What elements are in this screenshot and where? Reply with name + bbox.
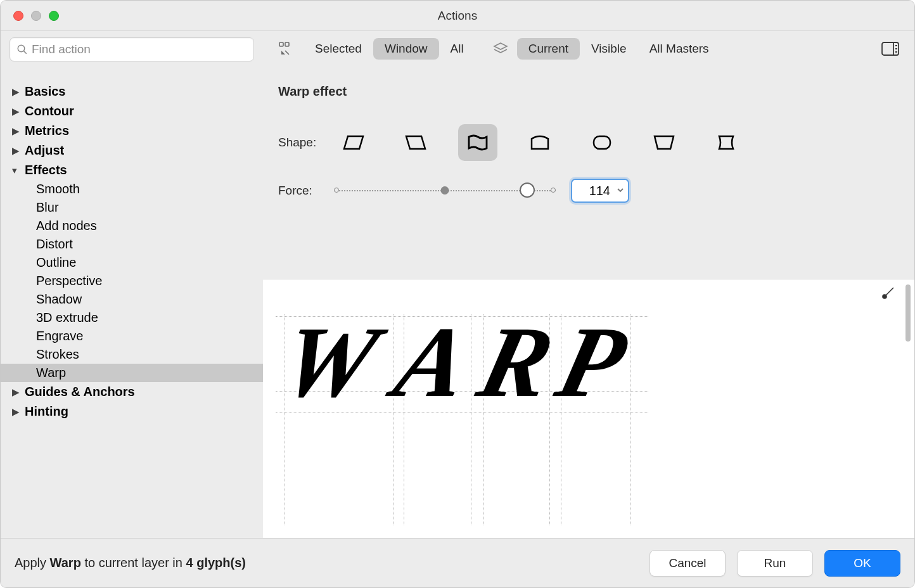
layers-segment: Current Visible All Masters — [517, 38, 720, 60]
action-add-nodes[interactable]: Add nodes — [1, 217, 263, 235]
preview-area: W A R P — [263, 279, 914, 538]
preview-scrollbar[interactable] — [905, 284, 911, 342]
svg-rect-12 — [594, 136, 610, 149]
category-list: ▶Basics ▶Contour ▶Metrics ▶Adjust ▾Effec… — [1, 67, 263, 421]
chevron-right-icon: ▶ — [12, 125, 21, 137]
slider-handle[interactable] — [520, 182, 535, 198]
svg-line-1 — [24, 51, 27, 54]
slider-max-tick — [551, 188, 556, 193]
svg-marker-11 — [406, 136, 425, 149]
category-hinting[interactable]: ▶Hinting — [1, 402, 263, 421]
warp-shape-6[interactable] — [707, 124, 746, 161]
svg-line-4 — [285, 51, 289, 54]
action-shadow[interactable]: Shadow — [1, 290, 263, 309]
force-input[interactable] — [576, 184, 610, 198]
force-slider[interactable] — [334, 184, 556, 197]
status-text: Apply Warp to current layer in 4 glyph(s… — [15, 556, 246, 570]
category-contour[interactable]: ▶Contour — [1, 101, 263, 121]
shape-label: Shape: — [278, 136, 328, 150]
category-adjust[interactable]: ▶Adjust — [1, 141, 263, 160]
run-button[interactable]: Run — [737, 550, 813, 577]
search-input[interactable] — [32, 42, 247, 56]
warp-shape-5[interactable] — [644, 124, 684, 161]
layers-icon — [487, 42, 515, 56]
svg-rect-2 — [279, 42, 283, 46]
vgrid — [630, 314, 631, 525]
svg-marker-13 — [655, 136, 674, 149]
scope-window[interactable]: Window — [373, 38, 439, 60]
action-smooth[interactable]: Smooth — [1, 180, 263, 198]
chevron-right-icon: ▶ — [12, 406, 21, 418]
action-outline[interactable]: Outline — [1, 253, 263, 272]
svg-marker-10 — [344, 136, 363, 149]
slider-midpoint — [441, 186, 449, 195]
action-blur[interactable]: Blur — [1, 198, 263, 217]
warp-shape-3[interactable] — [520, 124, 560, 161]
action-engrave[interactable]: Engrave — [1, 327, 263, 345]
force-label: Force: — [278, 184, 328, 198]
warp-shape-0[interactable] — [334, 124, 373, 161]
action-perspective[interactable]: Perspective — [1, 272, 263, 290]
preview-glyph-w: W — [270, 304, 389, 421]
action-strokes[interactable]: Strokes — [1, 345, 263, 364]
toggle-sidebar-icon[interactable] — [876, 42, 904, 56]
category-guides-anchors[interactable]: ▶Guides & Anchors — [1, 382, 263, 402]
ok-button[interactable]: OK — [824, 550, 900, 577]
chevron-right-icon: ▶ — [12, 106, 21, 117]
chevron-right-icon: ▶ — [12, 387, 21, 398]
selection-mode-icon[interactable] — [273, 42, 301, 56]
panel-title: Warp effect — [278, 84, 899, 99]
layers-all-masters[interactable]: All Masters — [638, 38, 720, 60]
layers-visible[interactable]: Visible — [580, 38, 638, 60]
chevron-right-icon: ▶ — [12, 145, 21, 157]
action-warp[interactable]: Warp — [1, 364, 263, 382]
brush-icon[interactable] — [881, 286, 895, 302]
scope-segment: Selected Window All — [304, 38, 475, 60]
search-icon — [16, 44, 28, 55]
preview-glyph-a: A — [384, 304, 481, 421]
warp-shape-2[interactable] — [458, 124, 497, 161]
category-metrics[interactable]: ▶Metrics — [1, 121, 263, 141]
svg-rect-3 — [285, 42, 289, 46]
scope-all[interactable]: All — [439, 38, 475, 60]
category-basics[interactable]: ▶Basics — [1, 82, 263, 101]
cancel-button[interactable]: Cancel — [649, 550, 726, 577]
force-input-wrapper[interactable] — [571, 179, 629, 203]
action-distort[interactable]: Distort — [1, 235, 263, 253]
chevron-down-icon: ▾ — [12, 165, 21, 176]
action-3d-extrude[interactable]: 3D extrude — [1, 309, 263, 327]
warp-shape-1[interactable] — [396, 124, 435, 161]
slider-min-tick — [334, 188, 339, 193]
category-effects[interactable]: ▾Effects — [1, 160, 263, 180]
layers-current[interactable]: Current — [517, 38, 580, 60]
chevron-right-icon: ▶ — [12, 86, 21, 98]
search-input-wrapper[interactable] — [10, 37, 254, 61]
window-title: Actions — [1, 9, 914, 23]
scope-selected[interactable]: Selected — [304, 38, 373, 60]
svg-line-15 — [886, 288, 893, 295]
warp-shape-4[interactable] — [582, 124, 622, 161]
svg-point-0 — [18, 45, 25, 52]
chevron-down-icon[interactable] — [617, 185, 624, 196]
